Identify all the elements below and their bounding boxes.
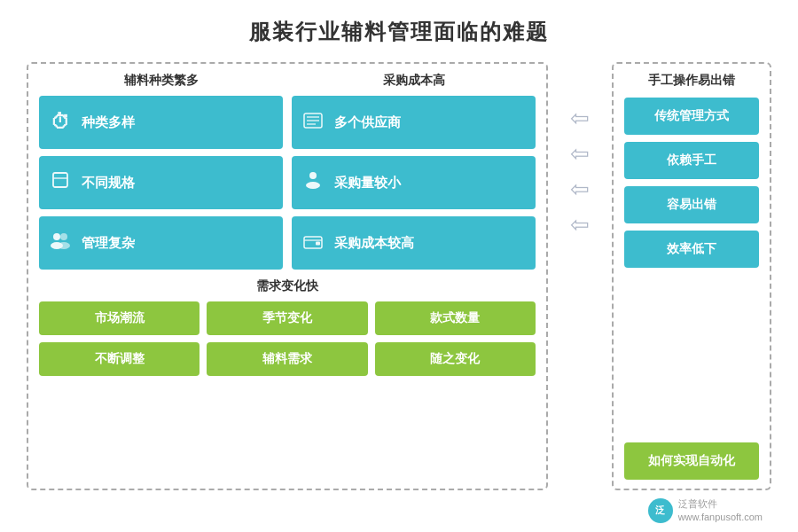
svg-point-2	[53, 233, 60, 240]
right-blue-1: 依赖手工	[624, 142, 759, 179]
green-card-1: 季节变化	[207, 301, 367, 335]
svg-rect-13	[316, 242, 320, 246]
footer: 泛 泛普软件 www.fanpusoft.com	[27, 494, 771, 523]
right-blue-3: 效率低下	[624, 231, 759, 268]
card-col2-1-label: 多个供应商	[334, 114, 401, 131]
company-url: www.fanpusoft.com	[678, 511, 763, 523]
person-icon	[301, 171, 325, 194]
card-col2-3: 采购成本较高	[292, 216, 536, 270]
card-col2-2-label: 采购量较小	[334, 175, 401, 192]
card-col1-2-label: 不同规格	[82, 175, 135, 192]
right-green-0: 如何实现自动化	[624, 442, 759, 480]
arrow-column: ⇦ ⇦ ⇦ ⇦	[562, 62, 598, 490]
green-grid: 市场潮流 季节变化 款式数量 不断调整 辅料需求 随之变化	[39, 301, 536, 376]
card-col2-1: 多个供应商	[292, 96, 536, 149]
clock-icon: ⏱	[48, 111, 73, 134]
logo-circle: 泛	[648, 498, 673, 523]
card-col1-2: 不同规格	[39, 156, 283, 209]
green-card-4: 辅料需求	[207, 342, 367, 376]
card-col2-3-label: 采购成本较高	[334, 235, 414, 252]
watermark: 泛 泛普软件 www.fanpusoft.com	[648, 497, 763, 523]
svg-point-10	[309, 172, 317, 179]
main-layout: 辅料种类繁多 ⏱ 种类多样 不同规格	[27, 62, 771, 490]
arrow-4: ⇦	[570, 213, 590, 236]
svg-point-3	[60, 233, 67, 240]
col1-title: 辅料种类繁多	[39, 73, 283, 89]
right-blue-0: 传统管理方式	[624, 98, 759, 135]
arrow-2: ⇦	[570, 142, 590, 165]
wallet-icon	[301, 231, 325, 254]
company-name: 泛普软件	[678, 497, 763, 510]
green-card-3: 不断调整	[39, 342, 200, 376]
bottom-section: 需求变化快 市场潮流 季节变化 款式数量 不断调整 辅料需求 随之变化	[39, 278, 536, 376]
card-col1-1-label: 种类多样	[82, 114, 135, 131]
arrow-3: ⇦	[570, 177, 590, 200]
card-col1-1: ⏱ 种类多样	[39, 96, 283, 149]
svg-point-11	[306, 182, 320, 189]
logo-char: 泛	[655, 504, 665, 517]
bottom-title: 需求变化快	[39, 278, 536, 294]
watermark-text: 泛普软件 www.fanpusoft.com	[678, 497, 763, 523]
group-icon	[48, 231, 73, 254]
col1: 辅料种类繁多 ⏱ 种类多样 不同规格	[39, 73, 283, 270]
svg-rect-0	[53, 173, 67, 187]
green-card-2: 款式数量	[375, 301, 536, 335]
col2-title: 采购成本高	[292, 73, 536, 89]
right-blue-2: 容易出错	[624, 186, 759, 223]
svg-point-5	[58, 242, 70, 249]
col2: 采购成本高 多个供应商	[292, 73, 536, 270]
top-section: 辅料种类繁多 ⏱ 种类多样 不同规格	[39, 73, 536, 270]
left-box: 辅料种类繁多 ⏱ 种类多样 不同规格	[27, 62, 548, 490]
card-col2-2: 采购量较小	[292, 156, 536, 209]
right-box: 手工操作易出错 传统管理方式 依赖手工 容易出错 效率低下 如何实现自动化	[612, 62, 771, 490]
green-card-0: 市场潮流	[39, 301, 200, 335]
card-col1-3-label: 管理复杂	[82, 235, 135, 252]
arrow-1: ⇦	[570, 106, 590, 129]
page-title: 服装行业辅料管理面临的难题	[249, 18, 549, 46]
green-card-5: 随之变化	[375, 342, 536, 376]
box-icon	[48, 170, 73, 195]
card-col1-3: 管理复杂	[39, 216, 283, 270]
list-icon	[301, 111, 325, 134]
right-title: 手工操作易出错	[624, 73, 759, 89]
